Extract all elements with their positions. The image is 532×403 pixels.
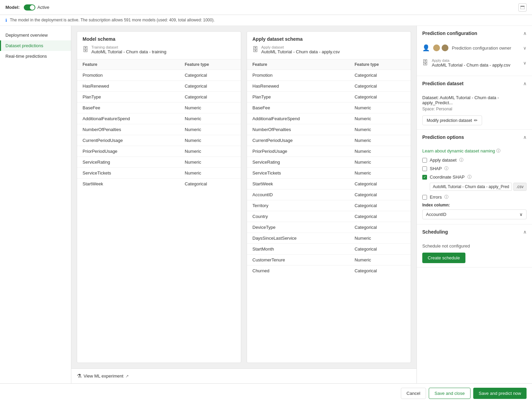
options-body: Learn about dynamic dataset naming ⓘ App… — [417, 145, 532, 224]
minimize-button[interactable] — [518, 3, 527, 12]
apply-schema-card: Apply dataset schema 🗄 Apply dataset Aut… — [247, 31, 411, 363]
table-row: BaseFeeNumeric — [77, 103, 241, 113]
create-schedule-button[interactable]: Create schedule — [422, 253, 465, 263]
index-chevron-icon: ∨ — [519, 212, 523, 217]
modify-label: Modify prediction dataset — [427, 118, 472, 123]
table-row: DaysSinceLastServiceNumeric — [247, 233, 411, 244]
schedule-status: Schedule not configured — [422, 243, 527, 249]
apply-dataset-info: 🗄 Apply dataset AutoML Tutorial - Churn … — [252, 45, 405, 54]
model-schema-table: Feature Feature type PromotionCategorica… — [77, 59, 241, 189]
view-experiment-link[interactable]: ⚗ View ML experiment ↗ — [77, 373, 411, 379]
toggle-track[interactable] — [24, 4, 35, 11]
scheduling-header[interactable]: Scheduling ∧ — [417, 224, 532, 239]
apply-dataset-checkbox[interactable] — [422, 158, 427, 163]
sidebar-item-dataset-predictions[interactable]: Dataset predictions — [0, 40, 71, 51]
toggle-thumb — [30, 5, 35, 10]
top-bar: Model: Active — [0, 0, 532, 15]
scheduling-chevron-icon: ∧ — [523, 229, 527, 235]
table-row: PriorPeriodUsageNumeric — [77, 146, 241, 157]
info-text: The model in the deployment is active. T… — [10, 18, 215, 22]
prediction-dataset-header[interactable]: Prediction dataset ∧ — [417, 76, 532, 91]
edit-icon: ✏ — [474, 118, 478, 123]
shap-info-icon: ⓘ — [444, 166, 448, 171]
training-dataset-label: Training dataset — [91, 45, 166, 49]
save-and-predict-button[interactable]: Save and predict now — [473, 388, 527, 399]
bottom-action-bar: Cancel Save and close Save and predict n… — [0, 383, 532, 403]
modify-prediction-dataset-button[interactable]: Modify prediction dataset ✏ — [422, 115, 482, 125]
table-row: NumberOfPenaltiesNumeric — [77, 124, 241, 135]
prediction-options-section: Prediction options ∧ Learn about dynamic… — [417, 130, 532, 224]
model-label: Model: — [5, 5, 20, 10]
toggle-state-label: Active — [37, 5, 49, 10]
prediction-options-title: Prediction options — [422, 134, 464, 140]
prediction-config-header[interactable]: Prediction configuration ∧ — [417, 26, 532, 41]
index-column-select[interactable]: AccountID ∨ — [422, 209, 527, 219]
sidebar-item-deployment-overview[interactable]: Deployment overview — [0, 30, 71, 40]
table-row: CustomerTenureNumeric — [247, 255, 411, 265]
coordinate-shap-checkbox[interactable]: ✓ — [422, 175, 427, 180]
owner-chevron-icon: ∨ — [523, 45, 527, 51]
table-row: StartWeekCategorical — [77, 179, 241, 189]
errors-info-icon: ⓘ — [444, 194, 448, 200]
dynamic-naming-link[interactable]: Learn about dynamic dataset naming ⓘ — [422, 148, 527, 154]
apply-data-value: AutoML Tutorial - Churn data - apply.csv — [432, 62, 520, 68]
owner-label: Prediction configuration owner — [452, 45, 520, 51]
coordinate-shap-label: Coordinate SHAP — [430, 175, 465, 180]
prediction-dataset-title: Prediction dataset — [422, 81, 463, 86]
table-row: TerritoryCategorical — [247, 200, 411, 211]
table-row: CountryCategorical — [247, 211, 411, 222]
sidebar-item-realtime-predictions[interactable]: Real-time predictions — [0, 51, 71, 61]
apply-col-feature: Feature — [247, 59, 349, 70]
scheduling-body: Schedule not configured Create schedule — [417, 239, 532, 267]
database-icon: 🗄 — [83, 46, 89, 53]
avatar-block-2 — [442, 44, 448, 51]
index-column-label: Index column: — [422, 203, 527, 207]
prediction-options-header[interactable]: Prediction options ∧ — [417, 130, 532, 145]
prediction-dataset-body: Dataset: AutoML Tutorial - Churn data - … — [417, 91, 532, 129]
table-row: ChurnedCategorical — [247, 265, 411, 276]
apply-schema-header: Apply dataset schema 🗄 Apply dataset Aut… — [247, 32, 411, 59]
model-dataset-info: 🗄 Training dataset AutoML Tutorial - Chu… — [83, 45, 235, 54]
dataset-chevron-icon: ∧ — [523, 81, 527, 86]
apply-db-icon: 🗄 — [422, 59, 428, 67]
prediction-config-title: Prediction configuration — [422, 31, 477, 36]
shap-checkbox[interactable] — [422, 166, 427, 171]
table-row: PlanTypeCategorical — [247, 92, 411, 103]
apply-data-chevron-icon: ∨ — [523, 60, 527, 66]
apply-dataset-info-icon: ⓘ — [459, 157, 463, 163]
model-col-type: Feature type — [179, 59, 241, 70]
errors-checkbox-label: Errors — [430, 195, 442, 200]
right-panel-content: Prediction configuration ∧ 👤 Prediction … — [417, 26, 532, 383]
save-and-close-button[interactable]: Save and close — [429, 388, 471, 399]
table-row: AdditionalFeatureSpendNumeric — [247, 113, 411, 124]
cancel-button[interactable]: Cancel — [401, 388, 426, 399]
flask-icon: ⚗ — [77, 373, 82, 379]
model-col-feature: Feature — [77, 59, 179, 70]
model-toggle[interactable]: Active — [24, 4, 49, 11]
errors-checkbox[interactable] — [422, 195, 427, 200]
table-row: NumberOfPenaltiesNumeric — [247, 124, 411, 135]
table-row: HasRenewedCategorical — [77, 81, 241, 92]
table-row: BaseFeeNumeric — [247, 103, 411, 113]
shap-checkbox-row: SHAP ⓘ — [422, 166, 527, 171]
errors-checkbox-row: Errors ⓘ — [422, 194, 527, 200]
table-row: PriorPeriodUsageNumeric — [247, 146, 411, 157]
model-schema-header: Model schema 🗄 Training dataset AutoML T… — [77, 32, 241, 59]
apply-database-icon: 🗄 — [252, 46, 259, 53]
table-row: CurrentPeriodUsageNumeric — [247, 135, 411, 146]
prediction-dataset-section: Prediction dataset ∧ Dataset: AutoML Tut… — [417, 76, 532, 130]
table-row: PromotionCategorical — [247, 70, 411, 81]
training-dataset-name: AutoML Tutorial - Churn data - training — [91, 49, 166, 54]
dynamic-info-icon: ⓘ — [496, 148, 500, 154]
sidebar: Deployment overview Dataset predictions … — [0, 26, 71, 383]
coordinate-shap-checkbox-row: ✓ Coordinate SHAP ⓘ — [422, 174, 527, 180]
apply-data-row: 🗄 Apply data AutoML Tutorial - Churn dat… — [422, 55, 527, 71]
prediction-config-body: 👤 Prediction configuration owner ∨ 🗄 — [417, 41, 532, 76]
table-row: StartMonthCategorical — [247, 244, 411, 255]
table-row: StartWeekCategorical — [247, 179, 411, 189]
view-experiment-label: View ML experiment — [84, 373, 123, 379]
owner-row: 👤 Prediction configuration owner ∨ — [422, 41, 527, 55]
schemas-row: Model schema 🗄 Training dataset AutoML T… — [71, 26, 416, 368]
shap-input-field[interactable] — [430, 183, 512, 191]
info-icon: ℹ — [5, 18, 7, 23]
